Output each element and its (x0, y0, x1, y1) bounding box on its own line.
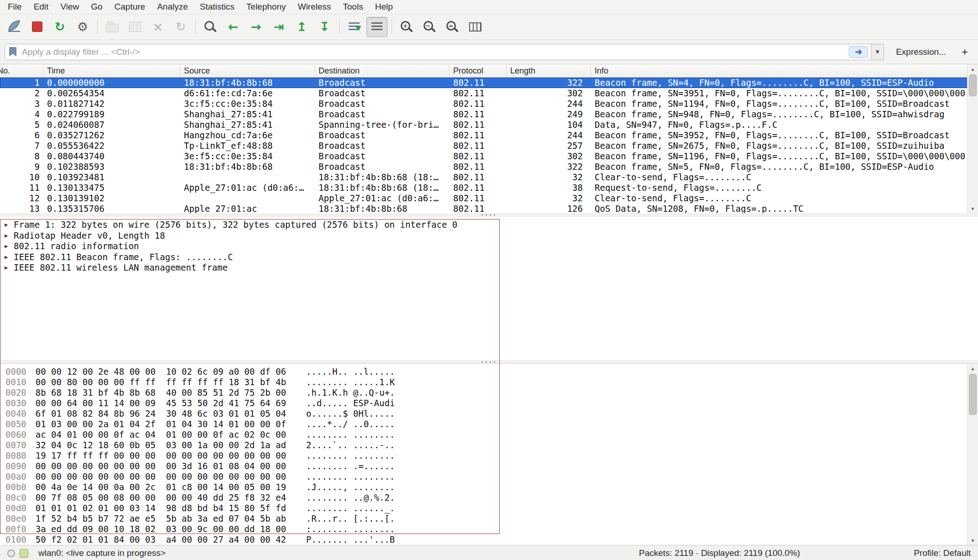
add-filter-button[interactable]: + (956, 46, 973, 58)
profile-status[interactable]: Profile: Default (914, 548, 971, 558)
menu-telephony[interactable]: Telephony (241, 1, 292, 13)
detail-row[interactable]: ▸IEEE 802.11 Beacon frame, Flags: ......… (0, 252, 978, 263)
scroll-track[interactable] (968, 73, 978, 204)
hex-row-0020[interactable]: 00208b 68 18 31 bf 4b 8b 68 40 00 85 51 … (5, 387, 978, 398)
menu-help[interactable]: Help (369, 1, 399, 13)
scroll-thumb[interactable] (969, 74, 977, 96)
hex-scrollbar[interactable]: ▲ ▼ (967, 364, 978, 545)
go-back-button[interactable]: ← (223, 17, 244, 37)
column-header-no[interactable]: No. (0, 64, 43, 77)
display-filter-field[interactable]: ➜ (5, 44, 871, 60)
menu-go[interactable]: Go (85, 1, 108, 13)
hex-row-0090[interactable]: 009000 00 00 00 00 00 00 00 00 3d 16 01 … (5, 461, 978, 471)
packet-row-3[interactable]: 30.0118271423c:f5:cc:0e:35:84Broadcast80… (0, 99, 978, 109)
detail-row[interactable]: ▸IEEE 802.11 wireless LAN management fra… (0, 262, 978, 273)
column-header-info[interactable]: Info (591, 64, 967, 77)
detail-row[interactable]: ▸Frame 1: 322 bytes on wire (2576 bits),… (0, 220, 978, 230)
column-header-time[interactable]: Time (43, 64, 180, 77)
packet-row-6[interactable]: 60.035271262Hangzhou_cd:7a:6eBroadcast80… (0, 130, 978, 141)
packet-row-10[interactable]: 100.10392348118:31:bf:4b:8b:68 (18:…802.… (0, 172, 978, 183)
menu-analyze[interactable]: Analyze (151, 1, 194, 13)
save-file-button[interactable] (125, 17, 146, 37)
scroll-down-arrow-icon[interactable]: ▼ (968, 204, 978, 213)
go-to-packet-button[interactable]: ⇥ (268, 17, 289, 37)
bookmark-icon[interactable] (9, 47, 16, 57)
scroll-up-arrow-icon[interactable]: ▲ (968, 64, 978, 73)
autoscroll-live-button[interactable] (344, 17, 365, 37)
packet-row-9[interactable]: 90.10238859318:31:bf:4b:8b:68Broadcast80… (0, 162, 978, 172)
display-filter-input[interactable] (21, 47, 849, 58)
capture-restart-button[interactable]: ↻ (49, 17, 70, 37)
find-packet-button[interactable] (200, 17, 221, 37)
go-forward-button[interactable]: → (246, 17, 267, 37)
menu-wireless[interactable]: Wireless (292, 1, 337, 13)
colorize-packets-button[interactable] (366, 17, 387, 37)
zoom-normal-button[interactable]: = (442, 17, 463, 37)
hex-row-0040[interactable]: 00406f 01 08 82 84 8b 96 24 30 48 6c 03 … (5, 408, 978, 419)
hex-row-0010[interactable]: 001000 00 80 00 00 00 ff ff ff ff ff ff … (5, 377, 978, 387)
zoom-in-button[interactable]: + (396, 17, 417, 37)
close-file-button[interactable]: × (147, 17, 168, 37)
menu-statistics[interactable]: Statistics (194, 1, 241, 13)
capture-status-icon[interactable] (7, 550, 15, 557)
scroll-thumb[interactable] (969, 374, 977, 415)
expander-icon[interactable]: ▸ (5, 241, 14, 252)
hex-row-0050[interactable]: 005001 03 00 00 2a 01 04 2f 01 04 30 14 … (5, 419, 978, 429)
expander-icon[interactable]: ▸ (5, 252, 14, 263)
pane-splitter-top[interactable] (0, 213, 978, 217)
menu-capture[interactable]: Capture (109, 1, 152, 13)
capture-stop-button[interactable] (26, 17, 47, 37)
hex-row-00d0[interactable]: 00d001 01 01 02 01 00 03 14 98 d8 bd b4 … (5, 503, 978, 513)
menu-view[interactable]: View (54, 1, 85, 13)
scroll-down-arrow-icon[interactable]: ▼ (968, 536, 978, 545)
packet-list-scrollbar[interactable]: ▲ ▼ (967, 64, 978, 213)
hex-row-00a0[interactable]: 00a000 00 00 00 00 00 00 00 00 00 00 00 … (5, 471, 978, 482)
expression-button[interactable]: Expression... (890, 45, 952, 59)
packet-row-4[interactable]: 40.022799189Shanghai_27:85:41Broadcast80… (0, 109, 978, 120)
packet-row-13[interactable]: 130.135315706Apple_27:01:ac18:31:bf:4b:8… (0, 204, 978, 213)
hex-row-0030[interactable]: 003000 00 64 00 11 14 00 09 45 53 50 2d … (5, 398, 978, 408)
resize-columns-button[interactable] (465, 17, 486, 37)
column-header-length[interactable]: Length (507, 64, 591, 77)
filter-history-dropdown-button[interactable]: ▼ (871, 44, 884, 60)
pane-splitter-bottom[interactable] (0, 360, 978, 363)
menu-file[interactable]: File (2, 1, 28, 13)
column-header-source[interactable]: Source (180, 64, 315, 77)
menu-tools[interactable]: Tools (337, 1, 369, 13)
hex-row-00e0[interactable]: 00e01f 52 b4 b5 b7 72 ae e5 5b ab 3a ed … (5, 513, 978, 524)
packet-row-1[interactable]: 10.00000000018:31:bf:4b:8b:68Broadcast80… (0, 78, 978, 88)
detail-row[interactable]: ▸802.11 radio information (0, 241, 978, 252)
column-header-destination[interactable]: Destination (315, 64, 450, 77)
expander-icon[interactable]: ▸ (5, 220, 14, 230)
packet-row-7[interactable]: 70.055536422Tp-LinkT_ef:48:88Broadcast80… (0, 141, 978, 151)
hex-row-0080[interactable]: 008019 17 ff ff ff 00 00 00 00 00 00 00 … (5, 450, 978, 461)
scroll-up-arrow-icon[interactable]: ▲ (968, 364, 978, 373)
expander-icon[interactable]: ▸ (5, 230, 14, 241)
go-first-packet-button[interactable]: ↥ (291, 17, 312, 37)
packet-row-5[interactable]: 50.024060087Shanghai_27:85:41Spanning-tr… (0, 120, 978, 130)
menu-edit[interactable]: Edit (28, 1, 55, 13)
detail-row[interactable]: ▸Radiotap Header v0, Length 18 (0, 230, 978, 241)
zoom-out-button[interactable]: − (419, 17, 440, 37)
packet-row-11[interactable]: 110.130133475Apple_27:01:ac (d0:a6:…18:3… (0, 183, 978, 193)
hex-row-00c0[interactable]: 00c000 7f 08 05 00 08 00 00 00 00 40 dd … (5, 492, 978, 503)
hex-row-0000[interactable]: 000000 00 12 00 2e 48 00 00 10 02 6c 09 … (5, 366, 978, 377)
column-header-protocol[interactable]: Protocol (450, 64, 507, 77)
hex-row-00b0[interactable]: 00b000 4a 0e 14 00 0a 00 2c 01 c8 00 14 … (5, 482, 978, 492)
scroll-track[interactable] (968, 373, 978, 536)
packet-row-8[interactable]: 80.0804437403e:f5:cc:0e:35:84Broadcast80… (0, 151, 978, 162)
expander-icon[interactable]: ▸ (5, 262, 14, 273)
hex-row-00f0[interactable]: 00f03a ed dd 09 00 10 18 02 03 00 9c 00 … (5, 524, 978, 534)
packet-row-12[interactable]: 120.130139102Apple_27:01:ac (d0:a6:…802.… (0, 193, 978, 204)
open-file-button[interactable] (102, 17, 123, 37)
apply-filter-button[interactable]: ➜ (849, 46, 868, 58)
capture-options-button[interactable]: ⚙ (72, 17, 93, 37)
hex-row-0070[interactable]: 007032 04 0c 12 18 60 0b 05 03 00 1a 00 … (5, 440, 978, 450)
capture-start-button[interactable] (4, 17, 25, 37)
packet-row-2[interactable]: 20.002654354d6:61:fe:cd:7a:6eBroadcast80… (0, 88, 978, 99)
hex-row-0100[interactable]: 010050 f2 02 01 01 84 00 03 a4 00 00 27 … (5, 534, 978, 545)
go-last-packet-button[interactable]: ↧ (314, 17, 335, 37)
expert-info-icon[interactable] (20, 549, 28, 558)
hex-row-0060[interactable]: 0060ac 04 01 00 00 0f ac 04 01 00 00 0f … (5, 429, 978, 440)
reload-file-button[interactable]: ↻ (170, 17, 191, 37)
